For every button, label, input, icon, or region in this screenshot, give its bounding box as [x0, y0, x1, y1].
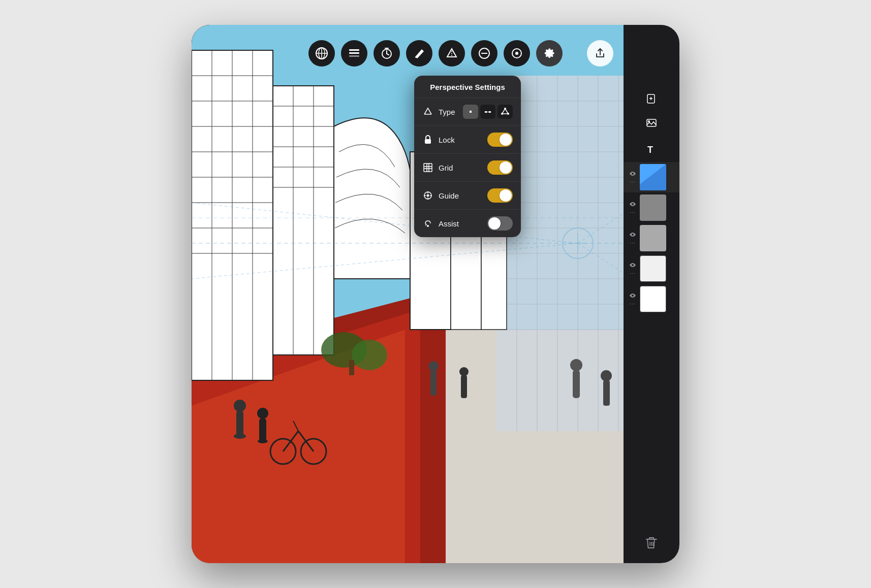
svg-point-128 [632, 264, 634, 266]
triangle-tool-button[interactable] [439, 40, 465, 67]
perspective-settings-popup: Perspective Settings Type [414, 76, 521, 237]
layer-1-thumbnail [640, 164, 666, 190]
layer-4-thumbnail [640, 255, 666, 282]
reference-button[interactable] [624, 111, 679, 137]
svg-point-69 [459, 367, 469, 376]
guide-label: Guide [439, 191, 482, 200]
svg-line-86 [387, 54, 389, 55]
lock-toggle[interactable] [487, 133, 513, 147]
type-3pt-button[interactable] [497, 105, 513, 119]
settings-tool-button[interactable] [536, 40, 563, 67]
layer-5-visibility: ··· [628, 291, 638, 307]
svg-point-102 [507, 113, 509, 115]
lock-row: Lock [414, 126, 521, 154]
svg-point-60 [257, 408, 268, 419]
assist-label: Assist [439, 219, 482, 228]
svg-rect-66 [430, 370, 437, 396]
layer-5-thumbnail [640, 286, 666, 312]
device-frame: Perspective Settings Type [192, 25, 679, 563]
type-label: Type [439, 108, 458, 116]
circle-tool-button[interactable] [504, 40, 530, 67]
settings-title: Perspective Settings [414, 76, 521, 98]
layer-3-visibility: ··· [628, 231, 638, 246]
type-selector[interactable] [463, 105, 513, 119]
grid-toggle[interactable] [487, 160, 513, 175]
svg-rect-70 [573, 370, 580, 398]
hatching-tool-button[interactable] [341, 40, 367, 67]
assist-icon [422, 219, 433, 228]
grid-icon [422, 163, 433, 172]
type-1pt-button[interactable] [463, 105, 478, 119]
svg-rect-59 [259, 418, 266, 443]
svg-rect-68 [461, 375, 467, 398]
share-button[interactable] [587, 40, 613, 67]
svg-point-71 [570, 359, 582, 371]
svg-point-94 [515, 52, 518, 55]
layer-4-visibility: ··· [628, 261, 638, 276]
svg-point-57 [234, 400, 246, 412]
svg-point-121 [648, 120, 650, 122]
svg-rect-83 [349, 55, 359, 57]
layer-2-visibility: ··· [628, 200, 638, 215]
assist-row: Assist [414, 210, 521, 237]
perspective-tool-button[interactable] [308, 40, 335, 67]
svg-point-127 [632, 234, 634, 236]
guide-icon [422, 191, 433, 200]
lock-icon [422, 135, 433, 144]
svg-point-101 [504, 108, 506, 110]
canvas-area: Perspective Settings Type [192, 25, 679, 563]
layers-panel: T ··· [624, 25, 679, 563]
layer-item-3[interactable]: ··· [624, 223, 679, 253]
timer-tool-button[interactable] [374, 40, 400, 67]
layer-2-thumbnail [640, 194, 666, 221]
type-2pt-button[interactable] [480, 105, 495, 119]
svg-rect-82 [349, 52, 359, 54]
layer-item-4[interactable]: ··· [624, 253, 679, 284]
svg-point-126 [632, 203, 634, 205]
svg-point-73 [601, 370, 612, 381]
svg-point-75 [352, 340, 387, 370]
layer-1-visibility: ··· [628, 170, 638, 185]
svg-rect-76 [349, 360, 354, 375]
layer-3-thumbnail [640, 225, 666, 251]
svg-rect-96 [470, 111, 472, 113]
svg-rect-72 [603, 380, 610, 406]
svg-rect-105 [424, 164, 432, 172]
new-layer-button[interactable] [624, 86, 679, 111]
minus-tool-button[interactable] [471, 40, 497, 67]
svg-point-103 [501, 113, 503, 115]
svg-point-123 [632, 173, 634, 175]
type-icon [422, 107, 433, 116]
svg-point-116 [427, 225, 429, 227]
lock-label: Lock [439, 136, 482, 144]
assist-toggle[interactable] [487, 216, 513, 231]
pen-tool-button[interactable] [406, 40, 432, 67]
layer-item-5[interactable]: ··· [624, 284, 679, 314]
grid-label: Grid [439, 164, 482, 172]
layer-item-1[interactable]: ··· [624, 162, 679, 192]
type-row: Type [414, 98, 521, 126]
delete-layer-button[interactable] [645, 536, 658, 553]
svg-rect-81 [349, 49, 359, 51]
svg-point-111 [427, 194, 429, 197]
layer-item-2[interactable]: ··· [624, 192, 679, 223]
svg-point-67 [428, 361, 439, 371]
svg-rect-56 [236, 411, 243, 439]
svg-rect-104 [425, 139, 431, 144]
text-tool-button[interactable]: T [624, 137, 679, 162]
guide-row: Guide [414, 182, 521, 210]
svg-text:T: T [647, 145, 653, 155]
grid-row: Grid [414, 154, 521, 182]
guide-toggle[interactable] [487, 188, 513, 203]
top-toolbar [308, 40, 563, 67]
svg-point-129 [632, 295, 634, 297]
